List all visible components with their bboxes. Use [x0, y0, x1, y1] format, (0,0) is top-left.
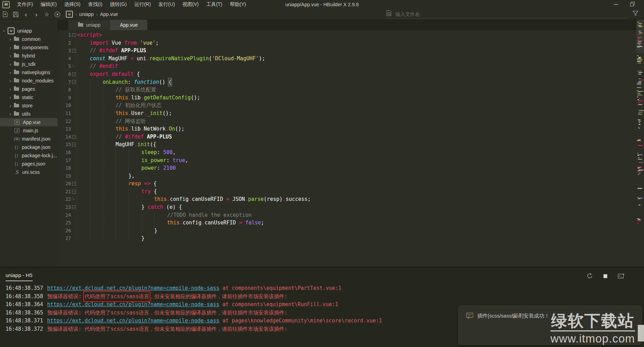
code-line-12: 12 // 网络监听: [58, 117, 636, 125]
line-number: 7: [58, 78, 71, 86]
log-line-1: 16:48:38.358预编译器错误: 代码使用了scss/sass语言，但未安…: [6, 293, 644, 301]
tab-uniapp[interactable]: uniapp: [68, 20, 110, 30]
menu-item-2[interactable]: 选择(S): [61, 0, 85, 9]
code-line-20: 20 resp => {: [58, 180, 636, 188]
minimize-icon[interactable]: [614, 1, 618, 8]
log-timestamp: 16:48:38.371: [6, 317, 47, 325]
log-timestamp: 16:48:38.364: [6, 301, 47, 309]
sidebar-item-pages-json[interactable]: [ ]pages.json: [0, 160, 58, 168]
menu-item-1[interactable]: 编辑(E): [37, 0, 61, 9]
menu-item-4[interactable]: 跳转(G): [106, 0, 130, 9]
hbuilderx-window: { "window": { "title": "uniapp/App.vue -…: [0, 0, 644, 347]
line-number: 21: [58, 188, 71, 196]
fold-marker-icon[interactable]: [71, 188, 77, 196]
editor-pane: uniappApp.vue 1<script>2 import Vue from…: [58, 20, 636, 267]
menu-item-0[interactable]: 文件(F): [13, 0, 37, 9]
sidebar-item-nativeplugins[interactable]: ›nativeplugins: [0, 68, 58, 77]
plugin-market-link[interactable]: https://ext.dcloud.net.cn/plugin?name=co…: [47, 284, 219, 293]
menu-item-8[interactable]: 工具(T): [202, 0, 226, 9]
chevron-right-icon[interactable]: ›: [7, 78, 14, 83]
filter-funnel-icon[interactable]: [633, 11, 638, 18]
sidebar-item-pages[interactable]: ›pages: [0, 85, 58, 93]
line-number: 11: [58, 109, 71, 117]
chevron-right-icon[interactable]: ›: [7, 112, 14, 117]
fold-gutter: [71, 109, 77, 117]
chevron-right-icon[interactable]: ›: [7, 45, 14, 50]
sidebar-item-store[interactable]: ›store: [0, 101, 58, 110]
fold-marker-icon[interactable]: [71, 70, 77, 78]
minimap[interactable]: [636, 20, 644, 267]
chevron-right-icon[interactable]: ›: [7, 70, 14, 75]
sidebar-item-components[interactable]: ›components: [0, 43, 58, 52]
run-button[interactable]: [52, 10, 62, 18]
chevron-right-icon[interactable]: ›: [7, 103, 14, 108]
sidebar-item-js-sdk[interactable]: ›js_sdk: [0, 60, 58, 68]
fold-marker-icon[interactable]: [71, 203, 77, 211]
save-button[interactable]: [10, 10, 21, 18]
code-line-5: 5 // #endif: [58, 62, 636, 70]
editor-tab-bar: uniappApp.vue: [58, 20, 636, 30]
bookmark-star-icon[interactable]: ☆: [42, 10, 52, 18]
tree-root-uniapp[interactable]: ›Uuniapp: [0, 27, 58, 35]
file-search-input[interactable]: [395, 11, 626, 17]
chevron-down-icon[interactable]: ›: [2, 27, 7, 34]
sidebar-item-manifest-json[interactable]: [⚙]manifest.json: [0, 135, 58, 143]
plugin-market-link[interactable]: https://ext.dcloud.net.cn/plugin?name=co…: [47, 301, 219, 309]
menu-item-7[interactable]: 视图(V): [179, 0, 203, 9]
forward-button[interactable]: ›: [31, 10, 42, 18]
fold-marker-icon[interactable]: [71, 133, 77, 141]
sidebar-item-common[interactable]: ›common: [0, 35, 58, 43]
stop-icon[interactable]: [603, 273, 608, 280]
message-bubble-icon: [466, 313, 473, 320]
breadcrumb-file[interactable]: App.vue: [100, 11, 118, 17]
tab-app-vue[interactable]: App.vue: [110, 20, 147, 30]
log-timestamp: 16:48:38.357: [6, 284, 47, 293]
fold-gutter: [71, 117, 77, 125]
sidebar-item-hybrid[interactable]: ›hybrid: [0, 52, 58, 60]
new-file-button[interactable]: [0, 10, 10, 18]
menu-item-3[interactable]: 查找(I): [84, 0, 106, 9]
fold-gutter: [71, 172, 77, 180]
project-explorer: ›Uuniapp›common›components›hybrid›js_sdk…: [0, 20, 58, 267]
chevron-right-icon[interactable]: ›: [7, 87, 14, 92]
sidebar-item-app-vue[interactable]: VApp.vue: [0, 118, 58, 126]
console-tab[interactable]: uniapp - H5: [6, 272, 33, 281]
back-button[interactable]: ‹: [21, 10, 31, 18]
sidebar-item-package-json[interactable]: [ ]package.json: [0, 143, 58, 151]
file-search-box[interactable]: [385, 10, 627, 18]
new-terminal-icon[interactable]: [618, 273, 625, 280]
folder-icon: [14, 46, 19, 49]
chevron-right-icon[interactable]: ›: [7, 62, 14, 67]
restart-icon[interactable]: [587, 273, 593, 280]
fold-marker-icon[interactable]: [71, 47, 77, 55]
sidebar-item-package-lock-j-[interactable]: [ ]package-lock.j...: [0, 151, 58, 160]
restore-icon[interactable]: [630, 1, 635, 8]
fold-marker-icon[interactable]: [71, 141, 77, 149]
sidebar-item-static[interactable]: ›static: [0, 93, 58, 101]
line-number: 2: [58, 39, 71, 47]
tree-item-label: uni.scss: [22, 169, 40, 175]
chevron-right-icon[interactable]: ›: [7, 53, 14, 59]
chevron-right-icon[interactable]: ›: [7, 37, 14, 42]
tree-item-label: pages: [22, 86, 35, 92]
folder-icon: [14, 87, 19, 91]
sidebar-item-uni-scss[interactable]: Suni.scss: [0, 168, 58, 176]
fold-marker-icon[interactable]: [71, 180, 77, 188]
line-number: 26: [58, 227, 71, 235]
chevron-right-icon[interactable]: ›: [7, 95, 14, 100]
folder-icon: [14, 96, 19, 99]
sidebar-item-utils[interactable]: ›utils: [0, 110, 58, 118]
menu-item-6[interactable]: 发行(U): [155, 0, 179, 9]
fold-marker-icon[interactable]: [71, 31, 77, 39]
menu-item-5[interactable]: 运行(R): [131, 0, 155, 9]
code-area[interactable]: 1<script>2 import Vue from 'vue';3 // #i…: [58, 30, 636, 267]
watermark-site-name: 绿软下载站: [550, 312, 635, 331]
sidebar-item-node-modules[interactable]: ›node_modules: [0, 77, 58, 85]
plugin-market-link[interactable]: https://ext.dcloud.net.cn/plugin?name=co…: [47, 317, 219, 325]
sidebar-item-main-js[interactable]: Jmain.js: [0, 126, 58, 135]
breadcrumb-project[interactable]: uniapp: [79, 11, 94, 17]
fold-marker-icon: [71, 195, 77, 203]
menu-item-9[interactable]: 帮助(Y): [226, 0, 250, 9]
fold-marker-icon[interactable]: [71, 78, 77, 86]
tree-item-label: node_modules: [22, 78, 54, 83]
